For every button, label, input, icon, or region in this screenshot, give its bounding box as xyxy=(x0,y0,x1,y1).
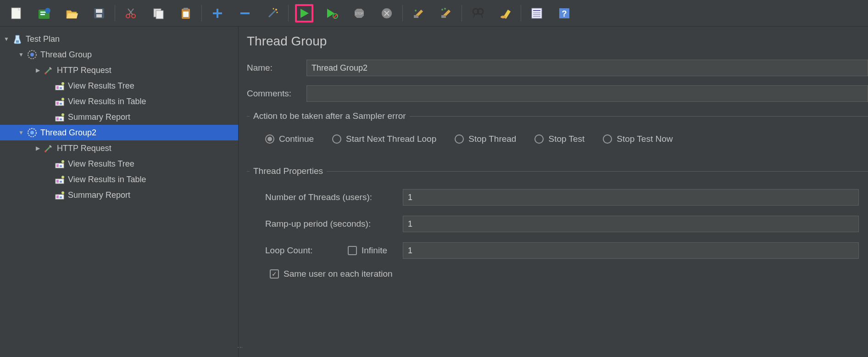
expander-icon[interactable]: ▶ xyxy=(33,145,42,151)
svg-point-75 xyxy=(61,176,64,178)
shutdown-icon[interactable] xyxy=(378,4,396,22)
same-user-checkbox[interactable]: Same user on each iteration xyxy=(270,269,859,279)
search-icon[interactable] xyxy=(468,4,487,22)
toolbar-separator xyxy=(521,5,521,22)
svg-line-11 xyxy=(128,9,133,15)
listener-icon xyxy=(54,80,65,91)
svg-point-49 xyxy=(30,53,34,56)
clear-all-icon[interactable] xyxy=(437,4,455,22)
radio-label: Stop Thread xyxy=(468,134,516,144)
cut-icon[interactable] xyxy=(122,4,140,22)
svg-point-22 xyxy=(273,8,274,9)
svg-rect-57 xyxy=(56,102,59,105)
radio-stop-thread[interactable]: Stop Thread xyxy=(455,134,516,144)
expander-icon[interactable]: ▼ xyxy=(17,129,26,136)
save-icon[interactable] xyxy=(90,4,108,22)
radio-icon xyxy=(265,134,274,144)
svg-rect-40 xyxy=(532,8,542,18)
svg-rect-77 xyxy=(56,195,59,198)
toolbar-separator xyxy=(402,5,403,22)
templates-icon[interactable] xyxy=(35,4,53,22)
tree-label: Test Plan xyxy=(26,34,60,44)
svg-point-55 xyxy=(61,82,64,85)
svg-rect-3 xyxy=(40,14,45,15)
svg-rect-61 xyxy=(56,117,59,120)
function-helper-icon[interactable] xyxy=(528,4,546,22)
comments-input[interactable] xyxy=(306,85,868,102)
svg-point-39 xyxy=(501,16,506,18)
new-icon[interactable] xyxy=(7,4,26,22)
listener-icon xyxy=(54,174,65,185)
radio-icon xyxy=(603,134,612,144)
radio-icon xyxy=(534,134,544,144)
radio-label: Stop Test xyxy=(548,134,584,144)
loop-count-input[interactable] xyxy=(403,242,859,259)
listener-icon xyxy=(54,158,65,169)
loop-infinite-checkbox[interactable]: Infinite xyxy=(348,245,403,256)
radio-label: Stop Test Now xyxy=(617,134,673,144)
svg-rect-16 xyxy=(183,11,189,17)
radio-stop-test[interactable]: Stop Test xyxy=(534,134,584,144)
tree-item-thread-group[interactable]: ▼ Thread Group xyxy=(0,47,238,62)
thread-group-icon xyxy=(27,49,38,60)
stop-icon[interactable]: STOP xyxy=(350,4,368,22)
panel-title: Thread Group xyxy=(247,34,868,49)
toolbar-separator xyxy=(115,5,115,22)
svg-rect-78 xyxy=(60,196,62,198)
help-icon[interactable]: ? xyxy=(555,4,573,22)
svg-line-37 xyxy=(473,14,475,18)
tree-item-view-results-table[interactable]: View Results in Table xyxy=(0,94,238,109)
tree-item-http-request[interactable]: ▶ HTTP Request xyxy=(0,140,238,156)
open-icon[interactable] xyxy=(62,4,81,22)
tree-item-summary-report[interactable]: Summary Report xyxy=(0,187,238,203)
svg-point-59 xyxy=(61,98,64,100)
svg-point-63 xyxy=(61,113,64,116)
tree-item-view-results-tree[interactable]: View Results Tree xyxy=(0,78,238,94)
clear-icon[interactable] xyxy=(409,4,428,22)
radio-label: Start Next Thread Loop xyxy=(346,134,436,144)
start-icon[interactable] xyxy=(295,4,313,22)
reset-search-icon[interactable] xyxy=(496,4,514,22)
radio-continue[interactable]: Continue xyxy=(265,134,314,144)
tree-label: HTTP Request xyxy=(57,144,111,153)
threads-input[interactable] xyxy=(403,189,859,206)
svg-rect-62 xyxy=(60,118,62,120)
radio-icon xyxy=(455,134,464,144)
tree-item-test-plan[interactable]: ▼ Test Plan xyxy=(0,31,238,47)
ramp-up-input[interactable] xyxy=(403,216,859,232)
tree-item-thread-group2[interactable]: ▼ Thread Group2 xyxy=(0,125,238,140)
start-no-pause-icon[interactable] xyxy=(323,4,341,22)
expander-icon[interactable]: ▼ xyxy=(2,36,11,42)
svg-rect-53 xyxy=(56,86,59,89)
copy-icon[interactable] xyxy=(149,4,167,22)
svg-rect-70 xyxy=(60,165,62,167)
expander-icon[interactable]: ▼ xyxy=(17,51,26,58)
tree-item-view-results-table[interactable]: View Results in Table xyxy=(0,172,238,187)
name-input[interactable] xyxy=(306,60,868,76)
tree-label: HTTP Request xyxy=(57,66,111,75)
radio-stop-test-now[interactable]: Stop Test Now xyxy=(603,134,673,144)
add-icon[interactable] xyxy=(208,4,227,22)
sampler-icon xyxy=(43,143,54,154)
remove-icon[interactable] xyxy=(236,4,254,22)
paste-icon[interactable] xyxy=(177,4,195,22)
svg-line-38 xyxy=(481,14,483,18)
radio-icon xyxy=(332,134,341,144)
svg-text:?: ? xyxy=(562,9,567,18)
threads-label: Number of Threads (users): xyxy=(265,192,403,202)
tree-item-view-results-tree[interactable]: View Results Tree xyxy=(0,156,238,172)
thread-properties-legend: Thread Properties xyxy=(250,166,327,176)
svg-rect-58 xyxy=(60,103,62,105)
tree-item-http-request[interactable]: ▶ HTTP Request xyxy=(0,62,238,78)
tree-item-summary-report[interactable]: Summary Report xyxy=(0,109,238,125)
wand-icon[interactable] xyxy=(263,4,282,22)
svg-point-67 xyxy=(45,151,46,152)
svg-rect-47 xyxy=(16,40,19,43)
svg-point-71 xyxy=(61,160,64,163)
radio-start-next-loop[interactable]: Start Next Thread Loop xyxy=(332,134,436,144)
radio-label: Continue xyxy=(279,134,314,144)
toolbar-separator xyxy=(201,5,202,22)
splitter[interactable]: ⋮ xyxy=(239,27,242,357)
expander-icon[interactable]: ▶ xyxy=(33,67,42,73)
tree-label: Summary Report xyxy=(68,190,130,200)
